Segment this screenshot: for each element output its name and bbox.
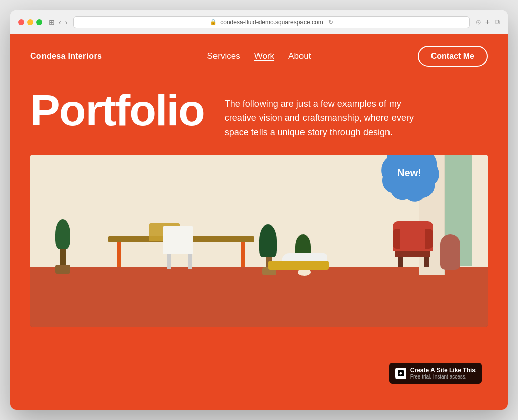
room-floor — [30, 267, 488, 327]
brand-logo[interactable]: Condesa Interiors — [30, 52, 102, 61]
nav-services[interactable]: Services — [207, 51, 240, 61]
lock-icon: 🔒 — [210, 19, 217, 25]
chair — [163, 226, 193, 267]
desk-leg-left — [117, 242, 121, 267]
browser-window: ⊞ ‹ › 🔒 condesa-fluid-demo.squarespace.c… — [10, 10, 508, 410]
url-text: condesa-fluid-demo.squarespace.com — [220, 19, 323, 26]
forward-button[interactable]: › — [65, 18, 68, 26]
nav-work[interactable]: Work — [254, 51, 274, 61]
close-button[interactable] — [18, 19, 24, 25]
hero-title: Portfolio — [30, 88, 204, 133]
nav-links: Services Work About — [207, 51, 311, 61]
desk-leg-right — [241, 242, 245, 267]
tabs-icon[interactable]: ⧉ — [495, 18, 500, 27]
rug — [268, 261, 329, 270]
browser-chrome: ⊞ ‹ › 🔒 condesa-fluid-demo.squarespace.c… — [10, 10, 508, 34]
back-button[interactable]: ‹ — [59, 18, 61, 26]
armchair — [393, 221, 433, 267]
svg-text:New!: New! — [397, 167, 421, 178]
squarespace-badge[interactable]: Create A Site Like This Free trial. Inst… — [389, 363, 482, 384]
reload-icon[interactable]: ↻ — [328, 19, 333, 26]
new-badge: New! — [379, 155, 440, 203]
browser-nav-controls: ⊞ ‹ › — [49, 18, 67, 26]
nav-about[interactable]: About — [288, 51, 311, 61]
hero-description: The following are just a few examples of… — [225, 88, 417, 140]
vase — [440, 234, 460, 270]
portfolio-image-section: New! Create A Site Like This Free trial.… — [30, 155, 488, 390]
website-content: Condesa Interiors Services Work About Co… — [10, 34, 508, 410]
contact-button[interactable]: Contact Me — [418, 46, 488, 67]
minimize-button[interactable] — [27, 19, 33, 25]
navigation: Condesa Interiors Services Work About Co… — [10, 34, 508, 78]
plant-left — [49, 219, 76, 270]
sidebar-toggle-icon[interactable]: ⊞ — [49, 18, 55, 26]
browser-actions: ⎋ + ⧉ — [476, 18, 500, 27]
maximize-button[interactable] — [36, 19, 42, 25]
address-bar[interactable]: 🔒 condesa-fluid-demo.squarespace.com ↻ — [73, 16, 469, 28]
squarespace-title: Create A Site Like This — [410, 367, 476, 374]
squarespace-logo — [395, 368, 406, 379]
hero-section: Portfolio The following are just a few e… — [10, 78, 508, 155]
traffic-lights — [18, 19, 42, 25]
squarespace-subtitle: Free trial. Instant access. — [410, 374, 476, 380]
new-tab-icon[interactable]: + — [485, 18, 490, 27]
squarespace-text: Create A Site Like This Free trial. Inst… — [410, 367, 476, 380]
share-icon[interactable]: ⎋ — [476, 18, 480, 27]
